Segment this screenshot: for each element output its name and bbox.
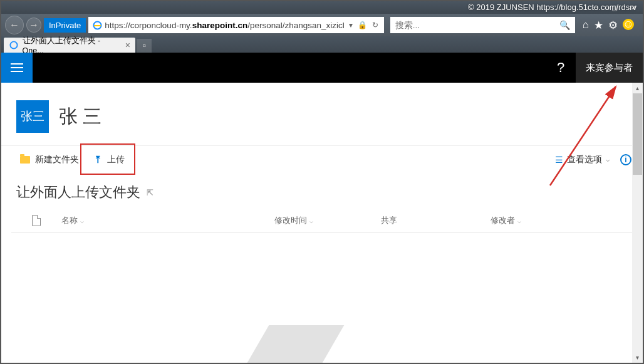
folder-header: 让外面人上传文件夹 ⇱	[1, 173, 643, 208]
user-role-label[interactable]: 来宾参与者	[576, 53, 643, 83]
info-button[interactable]: i	[620, 154, 631, 165]
search-input[interactable]	[395, 21, 559, 30]
url-text: https://corponcloud-my.sharepoint.cn/per…	[105, 21, 344, 30]
tab-bar: 让外面人上传文件夹 - One... × ▫	[1, 36, 643, 53]
home-icon[interactable]: ⌂	[583, 19, 589, 32]
url-field[interactable]: https://corponcloud-my.sharepoint.cn/per…	[88, 17, 383, 33]
avatar: 张三	[16, 100, 49, 133]
user-profile-block: 张三 张 三	[1, 83, 643, 145]
file-table: 名称⌵ 修改时间⌵ 共享 修改者⌵	[1, 208, 643, 233]
url-dropdown-icon[interactable]: ▾	[347, 21, 355, 29]
column-share[interactable]: 共享	[381, 215, 491, 226]
new-folder-button[interactable]: 新建文件夹	[13, 149, 86, 170]
forward-button[interactable]: →	[26, 18, 41, 33]
decorative-shadow	[247, 325, 344, 363]
sort-icon: ⌵	[517, 217, 521, 224]
list-icon: ☰	[555, 155, 563, 165]
inprivate-badge: InPrivate	[44, 18, 86, 33]
search-icon[interactable]: 🔍	[559, 20, 570, 30]
new-tab-button[interactable]: ▫	[137, 39, 152, 53]
refresh-icon[interactable]: ↻	[370, 21, 380, 29]
upload-button[interactable]: ⤒ 上传	[86, 149, 132, 170]
sort-icon: ⌵	[80, 217, 84, 224]
tab-title: 让外面人上传文件夹 - One...	[23, 36, 122, 55]
command-bar: 新建文件夹 ⤒ 上传 ☰ 查看选项 ⌵ i	[1, 145, 643, 173]
lock-icon[interactable]: 🔒	[356, 21, 369, 29]
settings-gear-icon[interactable]: ⚙	[608, 19, 618, 32]
ie-logo-icon	[92, 20, 102, 30]
svg-point-1	[10, 41, 17, 48]
favorites-icon[interactable]: ★	[594, 19, 603, 32]
file-type-icon	[32, 215, 41, 226]
column-name[interactable]: 名称⌵	[61, 215, 274, 226]
help-button[interactable]: ?	[546, 53, 576, 83]
scroll-thumb[interactable]	[633, 93, 642, 175]
upload-icon: ⤒	[94, 154, 102, 165]
back-button[interactable]: ←	[5, 16, 24, 34]
feedback-icon[interactable]: ☺	[623, 19, 634, 30]
sort-icon: ⌵	[309, 217, 313, 224]
watermark-text: © 2019 ZJUNSEN https://blog.51cto.com/rd…	[468, 3, 636, 12]
tab-close-icon[interactable]: ×	[125, 40, 130, 50]
app-header: ? 来宾参与者	[1, 53, 643, 83]
table-header-row: 名称⌵ 修改时间⌵ 共享 修改者⌵	[11, 208, 633, 233]
share-icon[interactable]: ⇱	[147, 188, 153, 197]
scroll-down-icon[interactable]: ▾	[632, 352, 643, 363]
column-modified-time[interactable]: 修改时间⌵	[274, 215, 381, 226]
chevron-down-icon: ⌵	[606, 155, 610, 164]
scroll-up-icon[interactable]: ▴	[632, 83, 643, 93]
browser-search-box[interactable]: 🔍	[390, 17, 575, 33]
column-author[interactable]: 修改者⌵	[491, 215, 633, 226]
folder-icon	[20, 156, 30, 164]
username-heading: 张 三	[59, 104, 101, 130]
tab-favicon-icon	[9, 40, 19, 50]
browser-tab[interactable]: 让外面人上传文件夹 - One... ×	[4, 38, 135, 53]
page-content: 张三 张 三 新建文件夹 ⤒ 上传 ☰ 查看选项 ⌵ i 让外面人上传文件夹 ⇱	[1, 83, 643, 363]
address-bar: ← → InPrivate https://corponcloud-my.sha…	[1, 14, 643, 36]
folder-title: 让外面人上传文件夹	[16, 183, 140, 202]
view-options-button[interactable]: ☰ 查看选项 ⌵	[555, 154, 610, 165]
vertical-scrollbar[interactable]: ▴ ▾	[632, 83, 643, 363]
app-launcher-button[interactable]	[1, 53, 33, 83]
